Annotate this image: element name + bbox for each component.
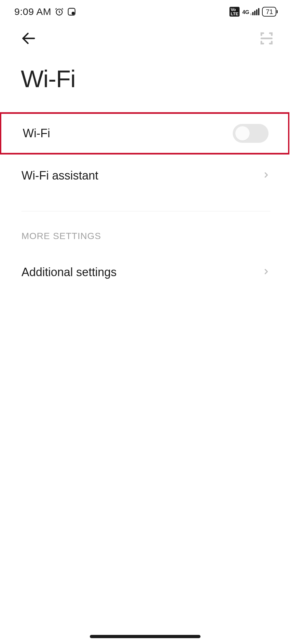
chevron-right-icon (262, 171, 270, 181)
signal-icon (250, 8, 259, 15)
additional-settings-label: Additional settings (21, 265, 117, 279)
battery-level: 71 (266, 8, 273, 16)
alarm-icon (55, 7, 64, 16)
toggle-knob (235, 126, 250, 141)
arrow-left-icon (20, 30, 37, 47)
wifi-toggle-row[interactable]: Wi-Fi (0, 112, 289, 154)
wifi-assistant-row[interactable]: Wi-Fi assistant (0, 154, 290, 197)
svg-point-2 (72, 12, 74, 14)
status-bar: 9:09 AM VoLTE 4G 71 (0, 0, 290, 23)
status-left: 9:09 AM (14, 6, 76, 17)
additional-settings-row[interactable]: Additional settings (0, 251, 290, 293)
more-settings-header: MORE SETTINGS (0, 211, 290, 251)
chevron-right-icon (262, 267, 270, 277)
network-type: 4G (242, 9, 249, 15)
home-gesture-bar[interactable] (90, 635, 200, 638)
wifi-assistant-label: Wi-Fi assistant (21, 169, 98, 182)
wifi-toggle-label: Wi-Fi (23, 127, 50, 140)
wifi-toggle-switch[interactable] (233, 124, 269, 143)
scan-icon (259, 31, 274, 46)
status-right: VoLTE 4G 71 (229, 7, 276, 17)
app-bar (0, 23, 290, 53)
screenshot-icon (67, 7, 76, 16)
page-title: Wi-Fi (0, 53, 290, 112)
volte-icon: VoLTE (229, 7, 240, 17)
qr-scan-button[interactable] (257, 29, 276, 47)
back-button[interactable] (20, 29, 38, 47)
battery-icon: 71 (262, 7, 276, 17)
status-time: 9:09 AM (14, 6, 51, 17)
